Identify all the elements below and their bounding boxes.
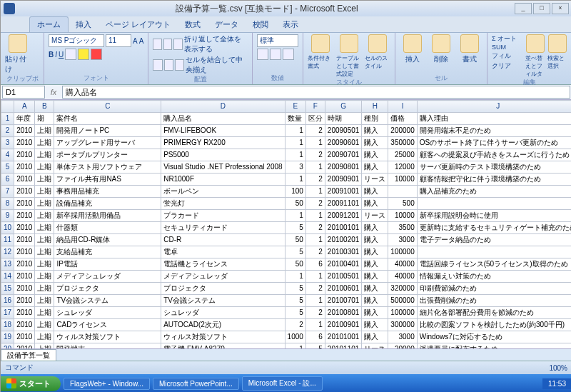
cell[interactable]: 2010 [14, 343, 35, 349]
column-header[interactable]: D [161, 101, 285, 113]
cell[interactable]: 1000 [285, 331, 305, 343]
cell[interactable]: 1 [305, 271, 325, 283]
row-header[interactable]: 16 [1, 295, 14, 307]
cell[interactable]: 50 [285, 198, 305, 210]
cell[interactable]: 5 [285, 295, 305, 307]
cell[interactable]: ウィルス対策ソフト [54, 331, 161, 343]
align-center-icon[interactable] [164, 59, 173, 71]
cell[interactable]: 1 [285, 174, 305, 186]
row-header[interactable]: 13 [1, 258, 14, 271]
cell[interactable]: 2 [285, 319, 305, 331]
cell[interactable]: 20100401 [325, 258, 362, 271]
table-format-button[interactable]: テーブルとして書式設定 [336, 34, 362, 78]
cell[interactable]: 印刷費節減のため [417, 283, 571, 295]
close-button[interactable]: × [552, 3, 569, 14]
cell[interactable]: プロジェクタ [161, 283, 285, 295]
row-header[interactable]: 18 [1, 319, 14, 331]
cell[interactable]: 20101001 [325, 331, 362, 343]
cell[interactable]: 上期 [35, 343, 54, 349]
column-header[interactable]: C [54, 101, 161, 113]
taskbar-item[interactable]: Microsoft Excel - 設... [242, 376, 323, 391]
cell[interactable]: 比較の図案ソフトを検討したため(約300千円) [417, 319, 571, 331]
align-left-icon[interactable] [153, 59, 162, 71]
cell[interactable]: 上期 [35, 149, 54, 161]
cell[interactable]: 2010 [14, 234, 35, 246]
row-header[interactable]: 3 [1, 137, 14, 149]
cell[interactable]: 2 [305, 283, 325, 295]
cell[interactable]: 2010 [14, 295, 35, 307]
cell[interactable]: 10000 [388, 210, 417, 222]
column-header[interactable]: A [14, 101, 35, 113]
cell[interactable]: 1 [305, 137, 325, 149]
cell[interactable]: 購入理由 [417, 113, 571, 125]
cell[interactable]: 上期 [35, 246, 54, 258]
cell[interactable]: 1 [285, 343, 305, 349]
cell[interactable]: 50 [285, 234, 305, 246]
clear-button[interactable]: クリア [492, 61, 522, 71]
cell[interactable]: 上期 [35, 271, 54, 283]
cell[interactable]: 設備品補充 [54, 198, 161, 210]
cell[interactable]: メディアシュレッダ [54, 271, 161, 283]
cell[interactable]: 2 [305, 174, 325, 186]
cell[interactable]: プロジェクタ [54, 283, 161, 295]
cell[interactable]: 5 [285, 222, 305, 234]
cell[interactable]: 新卒採用活動用備品 [54, 210, 161, 222]
cell[interactable]: 上期 [35, 331, 54, 343]
column-header[interactable]: G [325, 101, 362, 113]
cell[interactable]: 数量 [285, 113, 305, 125]
cell[interactable]: 上期 [35, 283, 54, 295]
cell[interactable]: 細片化各部署配分費用を節減のため [417, 307, 571, 319]
cell[interactable]: 320000 [388, 283, 417, 295]
cell[interactable]: OSのサポート終了に伴うサーバ更新のため [417, 137, 571, 149]
cell[interactable]: 電子機 FMV-A8270 [161, 343, 285, 349]
cell[interactable]: 3 [285, 161, 305, 174]
cell[interactable]: 2010 [14, 186, 35, 198]
cell[interactable]: リース [362, 343, 388, 349]
cell[interactable]: 出張費削減のため [417, 295, 571, 307]
cell[interactable]: 開発端末 [54, 343, 161, 349]
cell[interactable]: 20100201 [325, 234, 362, 246]
row-header[interactable]: 12 [1, 246, 14, 258]
merge-center-button[interactable]: セルを結合して中央揃え [186, 55, 248, 75]
cell[interactable]: 事務用品補充 [54, 186, 161, 198]
cell[interactable]: リース [362, 174, 388, 186]
cell[interactable]: 20101101 [325, 343, 362, 349]
cell[interactable]: 20100301 [325, 246, 362, 258]
cell[interactable]: 購入 [362, 198, 388, 210]
cell[interactable]: 350000 [388, 137, 417, 149]
maximize-button[interactable]: □ [533, 3, 550, 14]
percent-icon[interactable] [270, 49, 281, 60]
cell[interactable]: 1 [285, 149, 305, 161]
row-header[interactable]: 19 [1, 331, 14, 343]
cell[interactable]: 20090501 [325, 125, 362, 137]
row-header[interactable]: 5 [1, 161, 14, 174]
cell[interactable]: 20090701 [325, 149, 362, 161]
tab-insert[interactable]: 挿入 [69, 17, 98, 32]
column-header[interactable]: B [35, 101, 54, 113]
sheet-tab[interactable]: 設備予算一覧 [1, 349, 56, 361]
row-header[interactable]: 17 [1, 307, 14, 319]
align-top-icon[interactable] [153, 39, 161, 50]
cell[interactable]: 12000 [388, 161, 417, 174]
cell[interactable]: シュレッダ [161, 307, 285, 319]
cell[interactable]: 2010 [14, 307, 35, 319]
cell[interactable]: 2010 [14, 319, 35, 331]
spreadsheet-grid[interactable]: ABCDEFGHIJK 1年度期案件名購入品名数量区分時期種別価格購入理由部署2… [1, 100, 571, 348]
cell[interactable]: NR1000F [161, 174, 285, 186]
tab-formulas[interactable]: 数式 [178, 17, 208, 32]
font-size-select[interactable]: 11 [106, 34, 131, 47]
taskbar-item[interactable]: FlagsWeb+ - Window... [64, 378, 150, 390]
cell[interactable]: 20090801 [325, 161, 362, 174]
cell[interactable]: 6 [305, 258, 325, 271]
cell[interactable]: 蛍光灯 [161, 198, 285, 210]
cell[interactable]: 上期 [35, 174, 54, 186]
underline-button[interactable]: U [59, 51, 64, 59]
cell[interactable]: ウィルス対策ソフト [161, 331, 285, 343]
cell[interactable]: 2010 [14, 125, 35, 137]
cell[interactable]: 購入 [362, 222, 388, 234]
cell[interactable]: アップグレード用サーバ [54, 137, 161, 149]
cell[interactable]: 電卓 [161, 246, 285, 258]
cell[interactable]: 6 [305, 331, 325, 343]
cell[interactable]: Visual Studio .NET Professional 2008 [161, 161, 285, 174]
row-header[interactable]: 14 [1, 271, 14, 283]
